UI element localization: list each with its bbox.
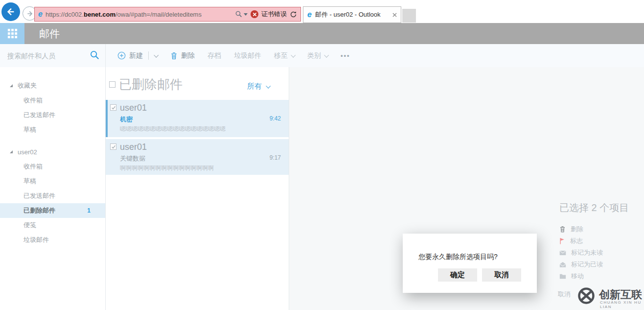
message-checkbox[interactable] (110, 143, 116, 150)
toolbar-divider (148, 51, 149, 60)
address-search-button[interactable] (235, 11, 248, 18)
message-sender: user01 (120, 142, 147, 152)
sidebar-item-sent[interactable]: 已发送邮件 (0, 108, 105, 122)
check-icon (111, 144, 116, 149)
selection-cancel-link[interactable]: 取消 (558, 290, 571, 299)
search-icon (235, 11, 242, 18)
junk-button[interactable]: 垃圾邮件 (234, 51, 261, 60)
x-icon (253, 12, 257, 17)
folder-label: 便笺 (23, 221, 36, 230)
new-tab-button[interactable] (402, 9, 416, 23)
dialog-cancel-button[interactable]: 取消 (482, 268, 521, 282)
refresh-icon[interactable] (290, 11, 297, 18)
archive-button[interactable]: 存档 (207, 51, 221, 60)
categories-button[interactable]: 类别 (307, 51, 328, 60)
folder-label: 收件箱 (23, 96, 43, 105)
browser-back-button[interactable] (1, 2, 20, 21)
selection-action-flag[interactable]: 标志 (559, 235, 603, 247)
message-sender: user01 (120, 103, 147, 113)
new-mail-label: 新建 (129, 51, 143, 60)
search-icon (90, 50, 99, 60)
tab-title: 邮件 - user02 - Outlook (315, 10, 389, 19)
sidebar-section-favorites[interactable]: 收藏夹 (0, 78, 105, 93)
folder-label: 已删除邮件 (23, 206, 55, 215)
url-domain: benet.com (84, 11, 115, 18)
archive-label: 存档 (207, 51, 221, 60)
selection-action-delete[interactable]: 删除 (559, 223, 603, 235)
tab-close-icon[interactable] (392, 13, 397, 17)
message-preview: 嗯嗯嗯嗯嗯嗯嗯嗯嗯嗯嗯嗯嗯嗯嗯嗯嗯嗯 (120, 125, 285, 133)
certificate-error-label[interactable]: 证书错误 (261, 10, 287, 19)
section-label: user02 (18, 148, 37, 156)
more-commands-icon: ••• (341, 52, 350, 59)
folder-label: 已发送邮件 (23, 111, 55, 119)
action-label: 删除 (571, 225, 583, 234)
dialog-ok-button[interactable]: 确定 (438, 268, 477, 282)
watermark-logo-icon (576, 286, 596, 306)
sidebar-item-inbox[interactable]: 收件箱 (0, 93, 105, 108)
app-header: 邮件 (0, 23, 644, 44)
select-all-checkbox[interactable] (109, 81, 115, 88)
selection-action-move[interactable]: 移动 (559, 270, 603, 282)
message-time: 9:42 (270, 115, 281, 122)
selection-action-mark-unread[interactable]: 标记为未读 (559, 247, 603, 259)
new-mail-dropdown[interactable] (154, 54, 158, 57)
search-button[interactable] (90, 50, 99, 60)
selection-actions: 删除 标志 标记为未读 标记为已读 (559, 223, 603, 282)
folder-title: 已删除邮件 (119, 76, 183, 93)
message-subject: 机密 (120, 115, 133, 124)
categories-label: 类别 (307, 51, 321, 60)
watermark-subtitle: CHUANG XIN HU LIAN (600, 300, 644, 309)
sidebar-item-drafts[interactable]: 草稿 (0, 122, 105, 137)
flag-icon (559, 238, 565, 244)
trash-icon (559, 226, 566, 233)
filter-label: 所有 (247, 82, 262, 91)
new-mail-button[interactable]: 新建 (117, 51, 143, 60)
folder-label: 草稿 (23, 177, 36, 186)
search-input[interactable] (6, 50, 87, 62)
action-label: 标志 (570, 237, 583, 245)
sidebar-item-junk[interactable]: 垃圾邮件 (0, 233, 105, 247)
chevron-down-icon (291, 53, 296, 58)
sidebar-section-user02[interactable]: user02 (0, 144, 105, 159)
address-bar[interactable]: e https://dc002.benet.com/owa/#path=/mai… (34, 7, 301, 22)
move-to-button[interactable]: 移至 (274, 51, 295, 60)
sidebar-item-notes[interactable]: 便笺 (0, 218, 105, 233)
section-label: 收藏夹 (18, 81, 37, 90)
message-row[interactable]: user01 机密 9:42 嗯嗯嗯嗯嗯嗯嗯嗯嗯嗯嗯嗯嗯嗯嗯嗯嗯嗯 (106, 100, 289, 137)
sidebar-item-sent-user02[interactable]: 已发送邮件 (0, 189, 105, 203)
url-path: /owa/#path=/mail/deleteditems (115, 11, 202, 18)
browser-tab[interactable]: e 邮件 - user02 - Outlook (303, 6, 401, 23)
mail-closed-icon (559, 250, 566, 256)
message-row[interactable]: user01 关键数据 9:17 啊啊啊啊啊啊啊啊啊啊啊啊啊啊啊啊 (106, 139, 289, 175)
app-launcher-button[interactable] (0, 23, 24, 44)
sidebar-item-drafts-user02[interactable]: 草稿 (0, 174, 105, 189)
certificate-error-icon[interactable] (251, 10, 258, 18)
action-label: 移动 (571, 272, 584, 281)
check-icon (111, 105, 116, 110)
chevron-down-icon (154, 53, 159, 58)
page-title: 邮件 (39, 27, 60, 41)
sidebar-item-deleted-items[interactable]: 已删除邮件 1 (0, 203, 105, 218)
ie-icon: e (38, 10, 43, 18)
chevron-down-icon (266, 84, 271, 89)
message-preview: 啊啊啊啊啊啊啊啊啊啊啊啊啊啊啊啊 (120, 164, 285, 172)
move-to-label: 移至 (274, 51, 288, 60)
message-time: 9:17 (270, 154, 281, 161)
selection-action-mark-read[interactable]: 标记为已读 (559, 259, 603, 270)
mail-open-icon (559, 262, 566, 268)
folder-label: 垃圾邮件 (23, 236, 49, 244)
sidebar-item-inbox-user02[interactable]: 收件箱 (0, 159, 105, 174)
url-text: https://dc002.benet.com/owa/#path=/mail/… (46, 11, 232, 18)
folder-sidebar: 收藏夹 收件箱 已发送邮件 草稿 user02 收件箱 草稿 已发送邮件 已删除… (0, 67, 105, 310)
message-subject: 关键数据 (120, 154, 145, 163)
delete-button[interactable]: 删除 (170, 51, 195, 60)
filter-dropdown[interactable]: 所有 (247, 82, 270, 91)
message-checkbox[interactable] (110, 104, 116, 111)
ie-icon: e (307, 11, 312, 19)
apps-grid-icon (7, 28, 18, 39)
more-commands-button[interactable]: ••• (341, 52, 350, 59)
back-arrow-icon (5, 6, 16, 17)
folder-label: 草稿 (23, 125, 36, 134)
tree-expand-icon (10, 84, 13, 87)
